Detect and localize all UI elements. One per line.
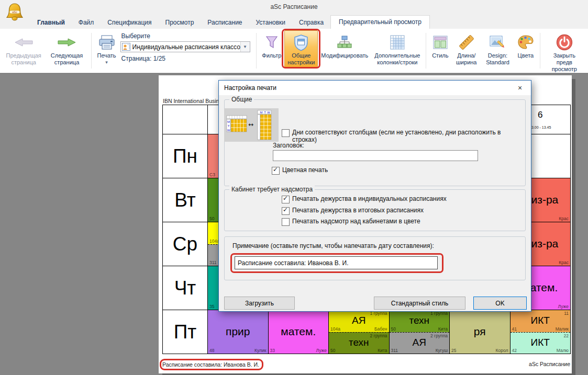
cell-subject: техн [329,337,389,348]
modify-button[interactable]: Модифицировать [318,30,371,61]
standard-style-button[interactable]: Стандартный стиль [374,297,465,310]
cell-top-half: АЯ1 группа104aБабен [329,310,389,332]
group-appearance: Стиль Длина/шири [427,29,539,73]
group-print: Печать ▾ Выберите Индивидуальные расписа… [92,29,256,73]
length-width-button[interactable]: Длина/ширина [451,30,481,67]
checkbox-color-print[interactable]: Цветная печать [272,166,328,175]
arrow-right-icon [57,33,77,52]
print-label: Печать [97,52,116,59]
checkbox-box[interactable] [282,129,290,137]
style-button[interactable]: Стиль [429,30,451,61]
checkbox-duty-summary-label: Печатать дежурства в итоговых расписания… [292,207,424,214]
checkbox-supervision-color-label: Печатать надсмотр над кабинетами в цвете [292,218,420,225]
print-dropdown-caret-icon[interactable]: ▾ [105,60,108,65]
extra-columns-label: Дополнительные колонки/строки [374,52,420,66]
next-page-button[interactable]: Следующая страница [45,30,88,67]
style-label: Стиль [432,52,448,59]
arrow-left-icon [14,33,34,52]
cell-bl-label: 33 [270,348,275,353]
checkbox-supervision-color[interactable]: Печатать надсмотр над кабинетами в цвете [282,218,420,226]
day-label-cell: Чт [162,266,208,310]
cell-br-label: Крас [559,260,569,265]
schedule-type-combobox[interactable]: Индивидуальные расписания классов ▼ [120,41,250,52]
cell-br-label: Крас [559,216,569,221]
tab-glavnyj[interactable]: Главный [30,16,72,29]
hierarchy-icon [337,33,352,52]
checkbox-duty-individual[interactable]: Печатать дежурства в индивидуальных расп… [282,195,447,203]
previous-page-button[interactable]: Предыдущая страница [2,30,45,67]
print-button[interactable]: Печать ▾ [94,30,119,67]
cell-bl-label: 41 [512,326,517,332]
dialog-close-icon[interactable]: × [509,81,531,95]
design-button[interactable]: Design: Standard [481,30,514,67]
svg-text:T: T [264,111,266,114]
colors-button[interactable]: Цвета [514,30,537,61]
cell-bottom-half: техн2 группа50Кита [329,332,389,354]
ruler-icon [458,33,475,52]
checkbox-box[interactable] [282,218,290,226]
group-general-label: Общие [229,96,254,103]
separator [540,33,540,69]
group-navigation: Предыдущая страница Следующая страница [0,29,91,73]
power-icon [556,33,573,52]
filter-button[interactable]: Фильтр [259,30,284,61]
general-settings-button[interactable]: Общие настройки [284,30,318,67]
day-label-cell: Вт [162,178,208,222]
separator [91,33,92,69]
ok-button[interactable]: OK [473,297,527,310]
cell-br-label: Луже [316,348,327,353]
header-field-label: Заголовок: [273,142,304,149]
tab-ustanovki[interactable]: Установки [249,16,292,29]
column-time: 13.00 - 13.45 [529,126,551,129]
timetable-cell: матем.33Луже [268,310,329,354]
checkbox-duty-summary[interactable]: Печатать дежурства в итоговых расписания… [282,207,424,215]
checkbox-box[interactable] [282,207,290,215]
checkbox-days-columns[interactable]: Дни соответствуют столбцам (если не уста… [282,129,516,143]
choose-label: Выберите [121,32,150,40]
header-field[interactable] [273,150,478,161]
separator [256,33,257,69]
group-settings: Фильтр Общие настройки [257,29,425,73]
cell-bl-label: 35 [209,304,214,309]
tab-prosmotr[interactable]: Просмотр [159,16,201,29]
tab-raspisanie[interactable]: Расписание [201,16,249,29]
tab-specifikaciya[interactable]: Спецификация [101,16,158,29]
close-preview-label: Закрыть предв просмотр [546,52,583,73]
cell-br-label: Малю [557,348,569,353]
footer-note: Расписание составила: Иванова В. И. [162,361,259,368]
load-button[interactable]: Загрузить [224,297,295,310]
column-number: 6 [538,110,542,120]
timetable-cell: техн1 группа50КитаАЯ2 группа311Кугуш [389,310,450,354]
tab-spravka[interactable]: Справка [292,16,330,29]
tab-fajl[interactable]: Файл [72,16,101,29]
days-orientation-graphic: M T W ↔ M T [224,108,279,142]
cell-br-label: Луже [558,304,569,309]
cell-bl-label: 50 [391,326,396,332]
timetable-cell: ИКТ1141МаликИКТ2242Малю [510,310,571,354]
note-field-value: Расписание составила: Иванова В. И. [238,259,348,267]
note-field[interactable]: Расписание составила: Иванова В. И. [235,256,438,269]
cell-tr-label: 22 [564,333,569,338]
checkbox-box[interactable] [272,167,280,175]
cell-subject: АЯ [390,337,450,348]
cell-subject: ря [450,325,510,338]
schedule-type-icon [122,43,130,51]
timetable-cell: прир48Кулик [207,310,269,354]
svg-text:W: W [227,129,230,132]
palette-icon [517,33,534,52]
checkbox-duty-individual-label: Печатать дежурства в индивидуальных расп… [292,195,447,202]
timetable-cell: АЯ1 группа104aБабентехн2 группа50Кита [328,310,390,354]
timetable-row: Птприр48Куликматем.33ЛужеАЯ1 группа104aБ… [163,310,571,354]
next-page-label: Следующая страница [48,52,85,66]
combobox-dropdown-button[interactable]: ▼ [240,42,250,52]
length-width-label: Длина/ширина [454,52,478,66]
tab-preview-active[interactable]: Предварительный просмотр [330,15,430,29]
checkbox-box[interactable] [282,196,290,203]
corner-header-cell [162,105,208,134]
cell-bl-label: 48 [209,348,214,353]
extra-columns-button[interactable]: Дополнительные колонки/строки [371,30,423,67]
close-preview-button[interactable]: Закрыть предв просмотр [543,30,586,74]
page-indicator: Страница: 1/25 [121,55,165,62]
cell-bl-label: 50 [330,348,335,353]
separator [426,33,426,69]
